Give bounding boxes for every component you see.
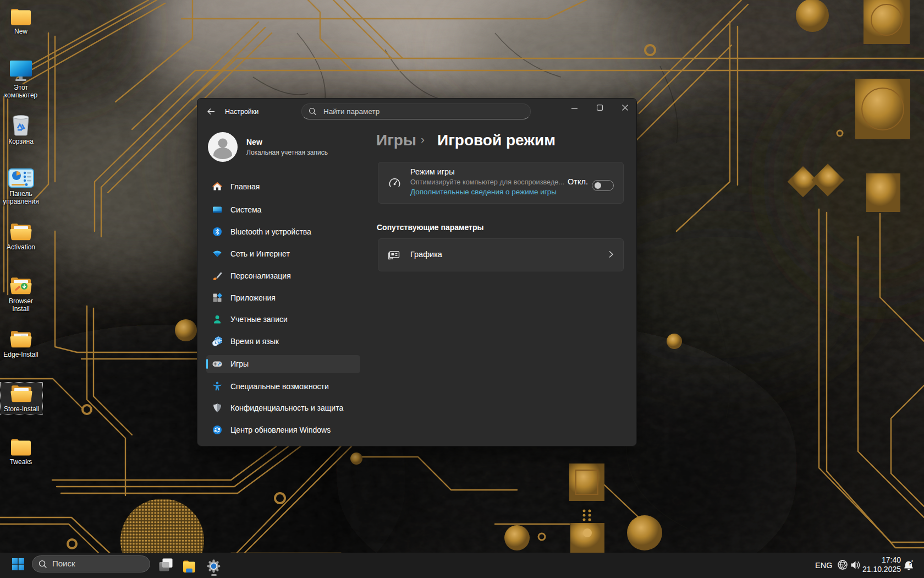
- svg-text:z: z: [911, 559, 913, 563]
